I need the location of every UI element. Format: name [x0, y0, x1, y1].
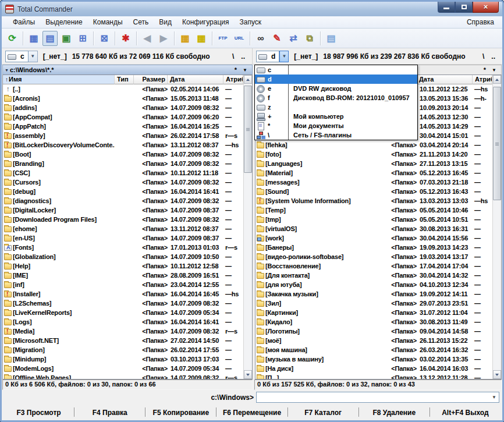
right-drive-combo[interactable]: d: [256, 51, 279, 62]
file-row[interactable]: [LiveKernelReports]<Папка>14.07.2009 05:…: [3, 308, 243, 317]
compare-button[interactable]: ⧉: [302, 31, 317, 46]
scroll-down-button[interactable]: [244, 370, 252, 379]
file-row[interactable]: [Кидало]<Папка>30.08.2013 11:49—: [255, 317, 492, 327]
file-row[interactable]: [Закачка музыки]<Папка>19.09.2012 14:11—: [255, 289, 492, 299]
column-header-4[interactable]: Атрибуты: [473, 75, 492, 84]
drive-dropdown-item-e[interactable]: eDVD RW дисковод: [255, 84, 417, 93]
file-row[interactable]: [virtualOS]<Папка>30.08.2013 16:31—: [255, 224, 492, 233]
minimize-button[interactable]: [438, 2, 455, 13]
menu-item[interactable]: Файлы: [8, 17, 40, 27]
file-row[interactable]: [L2Schemas]<Папка>14.07.2009 08:32—: [3, 299, 243, 308]
forward-button[interactable]: ▶: [156, 31, 171, 46]
file-row[interactable]: [IME]<Папка>28.08.2009 16:51—: [3, 271, 243, 280]
brief-view-button[interactable]: ▦: [26, 31, 41, 46]
file-row[interactable]: [Media]<Папка>14.07.2009 08:32r—s: [3, 327, 243, 336]
file-row[interactable]: [моя машина]<Папка>26.03.2014 16:32—: [255, 345, 492, 354]
right-scrollbar[interactable]: [492, 75, 501, 379]
column-header-1[interactable]: Тип: [115, 75, 134, 84]
drive-dropdown-item-d[interactable]: d: [255, 75, 417, 84]
refresh-button[interactable]: ⟳: [5, 31, 20, 46]
search-button[interactable]: ∞: [253, 31, 268, 46]
command-line-input[interactable]: ▼: [256, 392, 499, 403]
fkey-button-7[interactable]: Alt+F4 Выход: [430, 407, 501, 417]
file-row[interactable]: [debug]<Папка>16.04.2014 16:41—: [3, 187, 243, 196]
branch-view-button[interactable]: ⊠: [97, 31, 112, 46]
file-row[interactable]: [Material]<Папка>05.12.2013 16:45—: [255, 168, 492, 178]
file-row[interactable]: [inf]<Папка>23.04.2014 12:55—: [3, 280, 243, 289]
file-row[interactable]: [DigitalLocker]<Папка>14.07.2009 08:37—: [3, 205, 243, 215]
close-button[interactable]: ×: [473, 2, 499, 13]
drive-dropdown-item-f[interactable]: fДисковод BD-ROM: 20121010_010957: [255, 93, 417, 102]
file-row[interactable]: [Migration]<Папка>26.02.2014 17:55—: [3, 345, 243, 354]
left-drive-combo[interactable]: c: [5, 51, 29, 62]
file-row[interactable]: [assembly]<Папка>26.02.2014 17:58r—s: [3, 131, 243, 140]
fkey-button-6[interactable]: F8 Удаление: [359, 407, 430, 417]
file-row[interactable]: [Microsoft.NET]<Папка>27.02.2014 14:50—: [3, 336, 243, 345]
column-header-3[interactable]: Дата: [417, 75, 473, 84]
fkey-button-2[interactable]: F4 Правка: [74, 407, 145, 417]
file-row[interactable]: [видео-ролики-softobase]<Папка>19.03.201…: [255, 252, 492, 261]
file-row[interactable]: [Зил]<Папка>29.07.2013 23:51—: [255, 299, 492, 308]
file-row[interactable]: [Minidump]<Папка>03.10.2013 17:03—: [3, 354, 243, 364]
file-row[interactable]: [flehka]<Папка>03.04.2014 20:14—: [255, 140, 492, 150]
file-row[interactable]: [Банеры]<Папка>19.09.2013 14:23—: [255, 243, 492, 252]
file-row[interactable]: [Картинки]<Папка>31.07.2012 11:04—: [255, 308, 492, 317]
notepad-button[interactable]: ▤: [324, 31, 339, 46]
file-row[interactable]: [Downloaded Program Files]<Папка>14.07.2…: [3, 215, 243, 224]
file-row[interactable]: [Globalization]<Папка>14.07.2009 10:50—: [3, 252, 243, 261]
maximize-button[interactable]: [455, 2, 473, 13]
drive-dropdown-item-c[interactable]: c: [255, 65, 417, 75]
menu-item-help[interactable]: Справка: [464, 17, 496, 27]
file-row[interactable]: [BitLockerDiscoveryVolumeConte..]<Папка>…: [3, 140, 243, 150]
multi-rename-button[interactable]: ✎: [269, 31, 285, 46]
right-drive-combo-arrow[interactable]: ▼: [279, 51, 289, 62]
right-updir-button[interactable]: ..: [488, 52, 499, 61]
scroll-thumb[interactable]: [493, 87, 501, 200]
file-row[interactable]: [Help]<Папка>10.11.2012 12:58—: [3, 261, 243, 271]
back-button[interactable]: ◀: [140, 31, 155, 46]
sync-dirs-button[interactable]: ⇄: [286, 31, 301, 46]
drive-dropdown-item-*[interactable]: *Мои документы: [255, 121, 417, 130]
file-row[interactable]: [Sound]<Папка>05.12.2013 16:43—: [255, 187, 492, 196]
scroll-up-button[interactable]: [493, 75, 501, 84]
pack-button[interactable]: ▦: [178, 31, 193, 46]
file-row[interactable]: [Boot]<Папка>14.07.2009 08:32—: [3, 150, 243, 159]
tree-view-button[interactable]: ⊞: [75, 31, 90, 46]
file-row[interactable]: [work]<Папка>30.04.2014 15:56—: [255, 233, 492, 243]
fkey-button-5[interactable]: F7 Каталог: [288, 407, 359, 417]
left-favorites-button[interactable]: *: [232, 66, 240, 73]
file-row[interactable]: [addins]<Папка>14.07.2009 08:32—: [3, 103, 243, 112]
file-row[interactable]: [Cursors]<Папка>14.07.2009 08:32—: [3, 178, 243, 187]
file-row[interactable]: [Branding]<Папка>14.07.2009 08:32—: [3, 159, 243, 168]
column-header-3[interactable]: Дата: [168, 75, 223, 84]
column-header-4[interactable]: Атрибуты: [223, 75, 243, 84]
scroll-down-button[interactable]: [493, 370, 501, 379]
thumbnails-view-button[interactable]: ▣: [59, 31, 74, 46]
file-row[interactable]: [моё]<Папка>26.11.2013 15:22—: [255, 336, 492, 345]
fkey-button-4[interactable]: F6 Перемещение: [216, 407, 287, 417]
column-header-0[interactable]: ↑Имя: [3, 75, 115, 84]
menu-item[interactable]: Конфигурация: [177, 17, 235, 27]
file-row[interactable]: [diagnostics]<Папка>14.07.2009 08:32—: [3, 196, 243, 205]
drive-dropdown-item-z[interactable]: z: [255, 102, 417, 112]
file-row[interactable]: [foto]<Папка>21.11.2013 14:20—: [255, 150, 492, 159]
file-row[interactable]: [Languages]<Папка>27.11.2013 13:15—: [255, 159, 492, 168]
file-row[interactable]: [П...]<Папка>13.12.2012 11:28—: [255, 373, 492, 379]
file-row[interactable]: [AppPatch]<Папка>16.04.2014 16:25—: [3, 122, 243, 131]
drive-dropdown-item-net[interactable]: \Сеть / FS-плагины: [255, 130, 417, 140]
ftp-connect-button[interactable]: FTP: [215, 31, 230, 46]
file-row[interactable]: ↑[..]<Папка>02.05.2014 14:06—: [3, 84, 243, 94]
right-root-button[interactable]: \: [479, 52, 488, 61]
menu-item[interactable]: Выделение: [40, 17, 88, 27]
file-row[interactable]: [Восстановление]<Папка>17.04.2014 17:04—: [255, 261, 492, 271]
file-row[interactable]: [Logs]<Папка>16.04.2014 16:41—: [3, 317, 243, 327]
drive-dropdown-item-+[interactable]: +Мой компьютер: [255, 112, 417, 121]
file-row[interactable]: [Для контакта]<Папка>30.04.2014 14:32—: [255, 271, 492, 280]
scroll-up-button[interactable]: [244, 75, 252, 84]
file-row[interactable]: [для ютуба]<Папка>04.10.2013 12:34—: [255, 280, 492, 289]
left-scrollbar[interactable]: [243, 75, 252, 379]
file-row[interactable]: [ModemLogs]<Папка>14.07.2009 05:34—: [3, 364, 243, 373]
file-row[interactable]: [en-US]<Папка>14.07.2009 08:37—: [3, 233, 243, 243]
left-history-button[interactable]: ▼: [240, 68, 250, 73]
left-root-button[interactable]: \: [229, 52, 237, 61]
